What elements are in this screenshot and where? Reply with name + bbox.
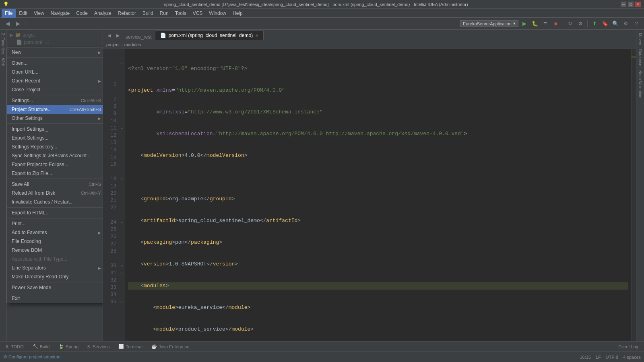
menu-edit[interactable]: Edit: [16, 9, 31, 18]
menu-item-remove-bom[interactable]: Remove BOM: [7, 246, 103, 255]
menu-item-line-separators[interactable]: Line Separators ▶: [7, 263, 103, 272]
menu-item-export-eclipse[interactable]: Export Project to Eclipse...: [7, 160, 103, 169]
forward-button[interactable]: ▶: [14, 19, 23, 28]
menu-item-save-all[interactable]: Save All Ctrl+S: [7, 180, 103, 189]
code-line-5: <modelVersion>4.0.0</modelVersion>: [128, 152, 628, 159]
maximize-button[interactable]: □: [628, 2, 634, 7]
tab-close-icon[interactable]: ✕: [255, 33, 258, 38]
menu-item-other-settings[interactable]: Other Settings ▶: [7, 114, 103, 123]
fold-line-2[interactable]: ▾: [120, 60, 124, 67]
sdk-button[interactable]: ⚙: [576, 19, 585, 28]
menu-help[interactable]: Help: [229, 9, 246, 18]
menu-item-invalidate[interactable]: Invalidate Caches / Restart...: [7, 197, 103, 206]
sidebar-maven[interactable]: Maven: [637, 31, 643, 47]
sidebar-database[interactable]: Database: [637, 47, 643, 68]
menu-file[interactable]: File: [2, 9, 16, 18]
menu-item-add-favorites[interactable]: Add to Favorites ▶: [7, 228, 103, 237]
run-config[interactable]: EurekaServerApplication ▾: [460, 20, 518, 27]
menu-item-file-encoding[interactable]: File Encoding: [7, 237, 103, 246]
menu-item-open-url[interactable]: Open URL...: [7, 68, 103, 76]
tab-java-enterprise[interactable]: ☕ Java Enterprise: [147, 343, 193, 350]
fold-dependencies[interactable]: ▾: [120, 262, 124, 269]
tab-pom-xml[interactable]: 📄 pom.xml (spring_cloud_sentinel_demo) ✕: [155, 31, 264, 40]
menu-item-project-structure[interactable]: Project Structure... Ctrl+Alt+Shift+S: [7, 105, 103, 114]
fold-modules-open[interactable]: ▾: [120, 125, 124, 132]
tab-todo[interactable]: 6: TODO: [2, 343, 28, 350]
fold-line-21: [120, 197, 124, 204]
menu-build[interactable]: Build: [139, 9, 157, 18]
tab-terminal[interactable]: ⬜ Terminal: [114, 343, 147, 350]
menu-item-exit[interactable]: Exit: [7, 294, 103, 303]
nav-back-icon[interactable]: ◀: [105, 31, 114, 40]
event-log-tab[interactable]: Event Log: [614, 343, 642, 350]
menu-item-power-save[interactable]: Power Save Mode: [7, 283, 103, 292]
vcs-button[interactable]: ⬆: [590, 19, 599, 28]
minimize-button[interactable]: ─: [621, 2, 626, 7]
menu-item-reload[interactable]: Reload All from Disk Ctrl+Alt+Y: [7, 189, 103, 197]
bookmark-button[interactable]: 🔖: [601, 19, 609, 28]
menu-window[interactable]: Window: [206, 9, 229, 18]
sidebar-favorites[interactable]: 2: Favorites: [0, 31, 6, 56]
fold-parent[interactable]: ▾: [120, 175, 124, 183]
code-line-6: [128, 174, 628, 181]
menu-item-import-settings[interactable]: Import Settings _: [7, 125, 103, 134]
menu-item-sync-settings[interactable]: Sync Settings to JetBrains Account...: [7, 151, 103, 160]
menu-analyze[interactable]: Analyze: [91, 9, 115, 18]
open-url-label: Open URL...: [12, 69, 39, 75]
tab-services[interactable]: 8: Services: [83, 343, 114, 350]
help-button[interactable]: ?: [632, 19, 641, 28]
menu-refactor[interactable]: Refactor: [115, 9, 139, 18]
tree-item-pom[interactable]: 📄 pom.xml 27: [6, 39, 103, 46]
fold-properties[interactable]: ▾: [120, 219, 124, 226]
stop-button[interactable]: ■: [551, 19, 560, 28]
project-structure-label: Project Structure...: [12, 107, 52, 112]
add-favorites-arrow: ▶: [98, 230, 101, 235]
menu-run[interactable]: Run: [157, 9, 172, 18]
fold-line-34: [120, 291, 124, 298]
debug-button[interactable]: 🐛: [530, 19, 539, 28]
back-button[interactable]: ◀: [3, 19, 12, 28]
menu-view[interactable]: View: [31, 9, 47, 18]
fold-dependency-2[interactable]: ▾: [120, 298, 124, 306]
menu-item-export-settings[interactable]: Export Settings...: [7, 134, 103, 142]
menu-item-open-recent[interactable]: Open Recent ▶: [7, 76, 103, 85]
menu-item-export-zip[interactable]: Export to Zip File...: [7, 169, 103, 178]
menu-item-readonly[interactable]: Make Directory Read-Only: [7, 272, 103, 281]
menu-item-new[interactable]: New ▶: [7, 48, 103, 57]
menu-vcs[interactable]: VCS: [190, 9, 206, 18]
fold-line-23: [120, 212, 124, 219]
search-everywhere-button[interactable]: 🔍: [611, 19, 620, 28]
export-settings-label: Export Settings...: [12, 135, 48, 141]
menu-navigate[interactable]: Navigate: [47, 9, 73, 18]
exit-label: Exit: [12, 296, 20, 301]
nav-forward-icon[interactable]: ▶: [114, 31, 122, 40]
run-button[interactable]: ▶: [520, 19, 529, 28]
menu-item-print[interactable]: Print...: [7, 219, 103, 228]
menu-item-export-html[interactable]: Export to HTML...: [7, 208, 103, 217]
menu-code[interactable]: Code: [73, 9, 91, 18]
status-configure[interactable]: ⚙ Configure project structure: [3, 354, 61, 360]
tab-build[interactable]: 🔨 Build: [29, 343, 54, 350]
fold-dependency-1[interactable]: ▾: [120, 269, 124, 277]
tree-item-target[interactable]: ▶ 📁 target: [6, 31, 103, 39]
toolbar-sep-3: [587, 20, 588, 27]
reload-button[interactable]: ↻: [566, 19, 574, 28]
breadcrumb-project[interactable]: project: [106, 42, 120, 47]
file-encoding-status[interactable]: UTF-8: [606, 355, 618, 360]
menu-item-settings[interactable]: Settings... Ctrl+Alt+S: [7, 96, 103, 105]
menu-tools[interactable]: Tools: [172, 9, 190, 18]
run-with-coverage-button[interactable]: ☂: [541, 19, 550, 28]
menu-item-open[interactable]: Open...: [7, 59, 103, 68]
menu-item-settings-repo[interactable]: Settings Repository...: [7, 142, 103, 151]
settings-button[interactable]: ⚙: [621, 19, 630, 28]
sidebar-web[interactable]: Web: [0, 56, 6, 68]
code-content[interactable]: <?xml version="1.0" encoding="UTF-8"?> <…: [125, 49, 631, 341]
close-button[interactable]: ✕: [635, 2, 641, 7]
menu-item-close-project[interactable]: Close Project: [7, 85, 103, 94]
breadcrumb-modules[interactable]: modules: [124, 42, 141, 47]
indent-status[interactable]: 4 spaces: [623, 355, 641, 360]
todo-num: 6:: [6, 344, 9, 349]
tab-spring[interactable]: 🍃 Spring: [54, 343, 83, 350]
sidebar-bean-validation[interactable]: Bean Validation: [637, 69, 643, 100]
fold-line-32: [120, 277, 124, 284]
